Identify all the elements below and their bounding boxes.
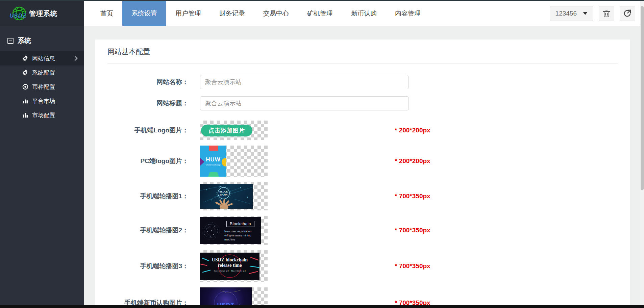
sidebar-item-label: 平台市场 (32, 97, 55, 105)
user-dropdown-label: 123456 (555, 10, 577, 17)
nav-tab-system-settings[interactable]: 系统设置 (122, 1, 166, 26)
size-note: * 200*200px (395, 127, 430, 134)
newcoin-upload-area[interactable]: USDZ (200, 287, 268, 308)
main-nav: 首页 系统设置 用户管理 财务记录 交易中心 矿机管理 新币认购 内容管理 (91, 1, 430, 26)
site-config-form: 网站名称： 网站标题： 手机端Logo图片： (107, 63, 618, 308)
nav-tab-miner-management[interactable]: 矿机管理 (298, 1, 342, 26)
window-top-edge (0, 0, 644, 1)
sidebar-section-system[interactable]: 系统 (0, 26, 84, 51)
bar-chart-icon (22, 98, 28, 104)
window-bottom-edge (0, 305, 644, 308)
carousel3-title: USDZ blockchain release time (200, 257, 259, 268)
form-row-site-name: 网站名称： (107, 75, 618, 89)
chevron-right-icon (74, 56, 78, 61)
user-dropdown[interactable]: 123456 (550, 6, 593, 21)
gear-icon (22, 55, 28, 61)
sidebar-item-label: 网站信息 (32, 55, 55, 62)
form-row-carousel-1: 手机端轮播图1： (107, 182, 618, 210)
clear-cache-button[interactable] (599, 6, 614, 21)
carousel1-upload-area[interactable]: BLOCK CHAIN (200, 182, 268, 210)
form-row-pc-logo: PC端logo图片： HUW Global exchange (107, 146, 618, 177)
size-note: * 700*350px (395, 227, 430, 234)
chevron-down-icon (583, 12, 588, 15)
add-image-button[interactable]: 点击添加图片 (201, 125, 252, 136)
form-row-carousel-2: 手机端轮播图2： (107, 216, 618, 245)
carousel2-upload-area[interactable]: Blockchain New user registration will gi… (200, 216, 268, 245)
globe-logo-icon: USDZ (11, 6, 27, 21)
logo-brand-subtitle: Global exchange (200, 164, 226, 166)
site-title-input[interactable] (200, 96, 409, 110)
sidebar-item-system-config[interactable]: 系统配置 (0, 66, 84, 80)
scrollbar-thumb[interactable] (641, 6, 644, 190)
topbar-right: 123456 (550, 1, 644, 26)
carousel2-text-line: will give away mining (224, 234, 251, 237)
pc-logo-image: HUW Global exchange (200, 146, 226, 177)
sidebar-item-label: 系统配置 (32, 69, 55, 77)
site-name-input[interactable] (200, 75, 409, 89)
pc-logo-upload-area[interactable]: HUW Global exchange (200, 146, 268, 177)
main-content: 网站基本配置 网站名称： 网站标题： (84, 26, 640, 308)
logout-icon (624, 9, 631, 17)
nav-tab-trade-center[interactable]: 交易中心 (254, 1, 298, 26)
carousel3-upload-area[interactable]: USDZ blockchain release time September 2… (200, 250, 268, 282)
field-label: 手机端轮播图1： (107, 192, 189, 201)
svg-text:BLOCK: BLOCK (220, 190, 228, 193)
svg-text:CHAIN: CHAIN (220, 194, 227, 196)
carousel3-subtitle: September 23 - December 23 (200, 270, 259, 272)
trash-icon (603, 9, 610, 18)
scrollbar-track[interactable] (640, 1, 644, 308)
logo-red-shape (209, 146, 218, 151)
field-label: 网站标题： (107, 99, 189, 108)
nav-tab-user-management[interactable]: 用户管理 (166, 1, 210, 26)
field-label: 网站名称： (107, 78, 189, 86)
field-label: 手机端轮播图2： (107, 226, 189, 235)
admin-page: USDZ 管理系统 首页 系统设置 用户管理 财务记录 交易中心 矿机管理 新币… (0, 0, 644, 308)
sidebar-item-label: 币种配置 (32, 83, 55, 91)
site-config-card: 网站基本配置 网站名称： 网站标题： (95, 40, 630, 308)
nav-tab-content-management[interactable]: 内容管理 (386, 1, 430, 26)
page-title: 网站基本配置 (107, 40, 618, 56)
form-row-mobile-logo: 手机端Logo图片： 点击添加图片 * 200*200px (107, 121, 618, 140)
sidebar: 系统 网站信息 系统配置 币种配置 (0, 26, 84, 308)
brand-usdz-text: USDZ (9, 12, 26, 19)
brand-title: 管理系统 (29, 9, 57, 18)
mobile-logo-upload-area[interactable]: 点击添加图片 (200, 121, 268, 140)
sidebar-section-label: 系统 (18, 36, 31, 45)
sidebar-item-market-config[interactable]: 市场配置 (0, 108, 84, 122)
sidebar-item-label: 市场配置 (32, 111, 55, 119)
gear-icon (22, 70, 28, 76)
form-row-carousel-3: 手机端轮播图3： (107, 250, 618, 282)
carousel2-text-line: New user registration (224, 230, 251, 233)
size-note: * 700*350px (395, 262, 430, 270)
topbar: USDZ 管理系统 首页 系统设置 用户管理 财务记录 交易中心 矿机管理 新币… (0, 1, 644, 26)
sidebar-item-coin-config[interactable]: 币种配置 (0, 80, 84, 94)
logout-button[interactable] (620, 6, 635, 21)
size-note: * 700*350px (395, 192, 430, 200)
carousel2-text-line: machine (224, 238, 235, 241)
collapse-minus-icon (7, 38, 14, 44)
nav-tab-newcoin-subscribe[interactable]: 新币认购 (342, 1, 386, 26)
carousel1-image: BLOCK CHAIN (200, 184, 253, 209)
carousel2-title: Blockchain (226, 221, 254, 227)
sidebar-item-site-info[interactable]: 网站信息 (0, 51, 84, 66)
carousel2-image: Blockchain New user registration will gi… (200, 217, 261, 244)
field-label: 手机端Logo图片： (107, 126, 189, 135)
size-note: * 200*200px (395, 157, 430, 164)
bar-chart-icon (22, 112, 28, 118)
brand-logo: USDZ 管理系统 (0, 1, 84, 26)
field-label: 手机端轮播图3： (107, 262, 189, 271)
logo-brand-text: HUW (200, 156, 226, 163)
form-row-site-title: 网站标题： (107, 96, 618, 110)
nav-tab-finance-records[interactable]: 财务记录 (210, 1, 254, 26)
target-icon (22, 84, 28, 90)
carousel3-image: USDZ blockchain release time September 2… (200, 253, 259, 280)
field-label: PC端logo图片： (107, 157, 189, 165)
newcoin-image: USDZ (200, 287, 252, 308)
sidebar-item-platform-market[interactable]: 平台市场 (0, 94, 84, 108)
logo-green-shape (208, 172, 219, 177)
nav-tab-home[interactable]: 首页 (91, 1, 122, 26)
form-row-newcoin-image: 手机端新币认购图片： (107, 287, 618, 308)
